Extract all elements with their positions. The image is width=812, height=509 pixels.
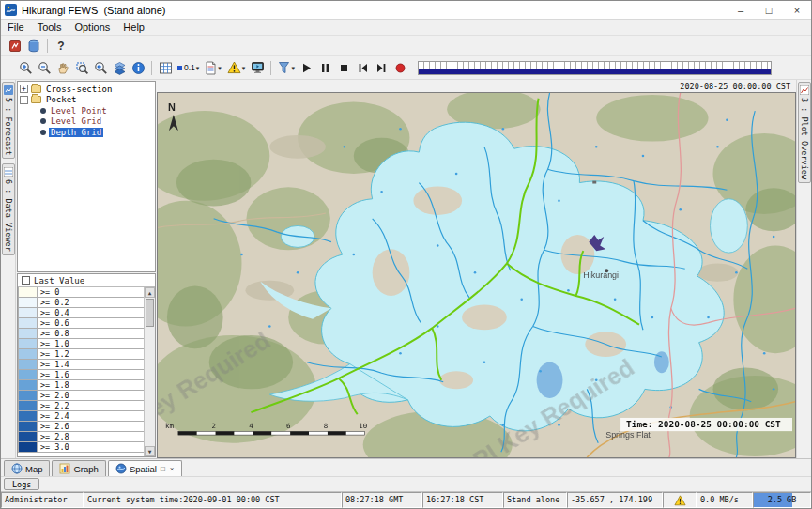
- tab-map[interactable]: Map: [4, 460, 50, 476]
- last-value-checkbox[interactable]: [22, 276, 30, 285]
- toolbar-separator: [47, 39, 48, 53]
- legend-row[interactable]: >= 0.2: [18, 298, 144, 308]
- layers-button[interactable]: [110, 59, 129, 77]
- database-button[interactable]: [24, 37, 43, 54]
- play-icon: [300, 62, 313, 74]
- tab-map-label: Map: [25, 464, 42, 474]
- zoom-in-button[interactable]: [16, 59, 35, 77]
- zoom-out-button[interactable]: [35, 59, 54, 77]
- scroll-up-icon[interactable]: ▲: [145, 287, 155, 298]
- filter-dropdown[interactable]: ▾: [275, 59, 298, 77]
- hikurangi-label: Hikurangi: [583, 270, 619, 280]
- menu-tools[interactable]: Tools: [31, 21, 69, 34]
- panel-maximize-icon[interactable]: □: [160, 465, 166, 473]
- layer-node-icon: [40, 130, 46, 135]
- monitor-icon: [251, 61, 265, 74]
- tree-item-label: Pocket: [44, 95, 79, 104]
- tab-graph[interactable]: Graph: [52, 460, 105, 476]
- logs-button[interactable]: Logs: [4, 478, 39, 490]
- map-column: 2020-08-25 00:00:00 CST: [157, 80, 796, 458]
- legend-row[interactable]: >= 2.0: [18, 391, 144, 401]
- tab-plot-overview[interactable]: 3 : Plot Overview: [798, 82, 811, 183]
- map-canvas[interactable]: API Key Required API Key Required Hikura…: [157, 92, 796, 458]
- expand-icon[interactable]: +: [20, 85, 28, 93]
- info-button[interactable]: [129, 59, 147, 77]
- legend-row[interactable]: >= 3.0: [18, 442, 144, 453]
- zoom-box-button[interactable]: [72, 59, 91, 77]
- close-button[interactable]: ×: [783, 1, 811, 19]
- tree-item-depth-grid[interactable]: Depth Grid: [20, 127, 155, 138]
- legend-scrollbar[interactable]: ▲ ▼: [144, 287, 155, 456]
- legend-row[interactable]: >= 1.0: [18, 339, 144, 349]
- warnings-dropdown[interactable]: ▾: [224, 59, 249, 77]
- timeline-slider[interactable]: [418, 61, 772, 75]
- status-warning[interactable]: [663, 492, 697, 508]
- legend-row[interactable]: >= 2.4: [18, 411, 144, 422]
- legend-label: >= 0.4: [38, 308, 144, 317]
- tree-item-pocket[interactable]: − Pocket: [20, 95, 155, 106]
- warning-icon: [227, 61, 241, 74]
- legend-label: >= 2.4: [38, 411, 144, 421]
- tree-item-level-grid[interactable]: Level Grid: [20, 116, 155, 128]
- skip-start-button[interactable]: [354, 59, 373, 77]
- stop-button[interactable]: [335, 59, 354, 77]
- scale-tick: 4: [249, 423, 253, 431]
- globe-icon: [11, 463, 23, 474]
- legend-row[interactable]: >= 1.8: [18, 380, 144, 391]
- panel-close-icon[interactable]: ×: [169, 465, 176, 473]
- interval-dot-icon: [177, 66, 182, 70]
- north-label: N: [168, 101, 176, 113]
- menu-help[interactable]: Help: [116, 21, 151, 34]
- spatial-icon: [115, 463, 127, 474]
- skip-end-button[interactable]: [373, 59, 391, 77]
- zoom-previous-button[interactable]: [91, 59, 110, 77]
- scrollbar-thumb[interactable]: [146, 299, 154, 327]
- legend-row[interactable]: >= 0: [18, 287, 144, 298]
- legend-swatch: [19, 432, 38, 441]
- collapse-icon[interactable]: −: [20, 96, 28, 104]
- tab-graph-label: Graph: [73, 464, 98, 474]
- legend-row[interactable]: >= 0.8: [18, 329, 144, 339]
- play-button[interactable]: [298, 59, 316, 77]
- tab-spatial[interactable]: Spatial □ ×: [108, 460, 183, 476]
- tab-data-viewer[interactable]: 6 : Data Viewer: [2, 163, 15, 255]
- legend-row[interactable]: >= 1.2: [18, 349, 144, 360]
- legend-row[interactable]: >= 0.6: [18, 318, 144, 329]
- legend-row[interactable]: >= 2.8: [18, 432, 144, 442]
- pause-button[interactable]: [316, 59, 335, 77]
- maximize-button[interactable]: □: [755, 1, 783, 19]
- layer-node-icon: [40, 108, 46, 114]
- forecast-chart-button[interactable]: [6, 37, 24, 54]
- status-memory: 2.5 GB: [753, 492, 811, 508]
- layer-node-icon: [40, 118, 46, 124]
- tab-forecast[interactable]: 5 : Forecast: [2, 82, 15, 159]
- display-button[interactable]: [248, 59, 267, 77]
- help-button[interactable]: ?: [52, 37, 70, 54]
- timeline-ruler: [419, 62, 771, 69]
- timeseries-dropdown[interactable]: ▾: [202, 59, 224, 77]
- menu-options[interactable]: Options: [68, 21, 116, 34]
- filter-icon: [278, 61, 290, 74]
- warning-icon: [674, 495, 686, 506]
- menu-file[interactable]: File: [1, 21, 31, 34]
- database-icon: [27, 39, 40, 53]
- legend-row[interactable]: >= 0.4: [18, 308, 144, 318]
- map-image: API Key Required API Key Required Hikura…: [158, 93, 795, 457]
- grid-display-button[interactable]: [156, 59, 175, 77]
- last-value-label: Last Value: [34, 276, 84, 285]
- tree-item-cross-section[interactable]: + Cross-section: [20, 84, 155, 95]
- interval-dropdown[interactable]: 0.1 ▾: [175, 59, 202, 77]
- legend-row[interactable]: >= 1.6: [18, 370, 144, 380]
- record-button[interactable]: [391, 59, 410, 77]
- tree-item-level-point[interactable]: Level Point: [20, 105, 155, 116]
- scale-tick: 6: [286, 423, 290, 431]
- status-bar: Administrator Current system time:2020-0…: [1, 491, 811, 508]
- pause-icon: [319, 62, 331, 74]
- legend-row[interactable]: >= 2.6: [18, 422, 144, 432]
- scroll-down-icon[interactable]: ▼: [145, 446, 155, 456]
- minimize-button[interactable]: –: [727, 1, 755, 19]
- legend-row[interactable]: >= 1.4: [18, 360, 144, 370]
- pan-button[interactable]: [54, 59, 72, 77]
- legend-label: >= 1.2: [38, 349, 144, 359]
- legend-row[interactable]: >= 2.2: [18, 401, 144, 411]
